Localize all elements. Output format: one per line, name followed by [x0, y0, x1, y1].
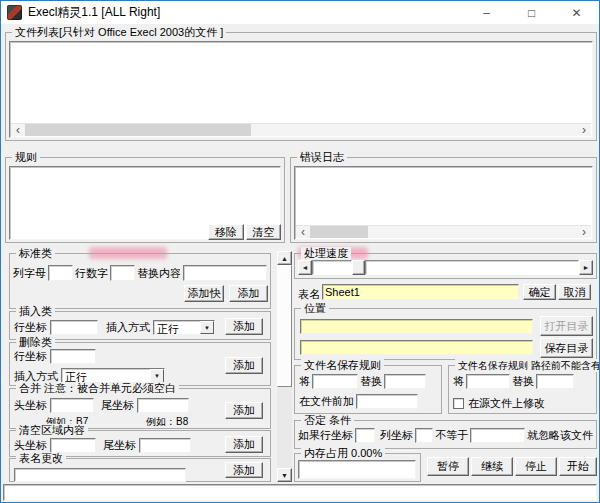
- minimize-icon[interactable]: –: [464, 1, 509, 24]
- close-icon[interactable]: ✕: [554, 1, 599, 24]
- delete-mode-value: 正行: [62, 369, 150, 383]
- add-insert-button[interactable]: 添加: [225, 318, 263, 335]
- sheet-name-label: 表名: [298, 287, 320, 302]
- rules-list[interactable]: 移除 清空: [9, 166, 281, 240]
- error-log-hscrollbar[interactable]: ‹ ›: [296, 225, 591, 238]
- scrollbar-thumb[interactable]: [277, 265, 292, 387]
- path-from-input[interactable]: [466, 374, 510, 389]
- file-list[interactable]: ‹ ›: [9, 41, 593, 138]
- slider-left-icon[interactable]: ◄: [298, 260, 312, 275]
- col-coord-label: 列坐标: [380, 428, 413, 443]
- row-number-input[interactable]: [110, 265, 135, 281]
- negate-col-input[interactable]: [415, 428, 433, 443]
- merge-head-input[interactable]: [50, 398, 94, 413]
- save-dir-button[interactable]: 保存目录: [540, 338, 593, 358]
- rename-sheet-input[interactable]: [14, 468, 186, 482]
- replace-content-input[interactable]: [183, 265, 267, 281]
- remove-rule-button[interactable]: 移除: [208, 224, 244, 240]
- app-window: Execl精灵1.1 [ALL Right] – □ ✕ 文件列表[只针对 Of…: [0, 0, 600, 503]
- clear-area-label: 清空区域内容: [16, 424, 88, 437]
- scrollbar-thumb[interactable]: [25, 124, 251, 136]
- scroll-up-icon[interactable]: ▲: [277, 251, 292, 265]
- scroll-left-icon[interactable]: ‹: [296, 226, 310, 238]
- rules-group: 规则 移除 清空: [5, 157, 285, 243]
- slider-right-icon[interactable]: ►: [579, 260, 593, 275]
- pause-button[interactable]: 暂停: [427, 457, 469, 476]
- merge-tail-input[interactable]: [137, 398, 189, 413]
- tail-coord-label: 尾坐标: [101, 398, 134, 413]
- insert-group-label: 插入类: [16, 305, 55, 318]
- tail-coord-label: 尾坐标: [103, 438, 136, 453]
- path-to-input[interactable]: [536, 374, 574, 389]
- stop-button[interactable]: 停止: [515, 457, 557, 476]
- chevron-down-icon[interactable]: ▼: [150, 369, 164, 383]
- memory-label: 内存占用 0.00%: [301, 447, 385, 460]
- maximize-icon[interactable]: □: [509, 1, 554, 24]
- slider-track[interactable]: [312, 260, 352, 275]
- name-rule-row: 将 替换: [295, 374, 441, 389]
- add-rename-button[interactable]: 添加: [225, 462, 263, 478]
- cancel-button[interactable]: 取消: [558, 284, 591, 300]
- scroll-down-icon[interactable]: ▼: [277, 468, 292, 482]
- path-rule-group: 文件名保存规则 路径前不能含有 将 替换 在源文件上修改: [448, 365, 597, 414]
- insert-mode-select[interactable]: 正行 ▼: [153, 320, 215, 335]
- negate-label: 否定 条件: [301, 414, 354, 427]
- delete-row-coord-input[interactable]: [50, 349, 96, 364]
- scrollbar-track[interactable]: [25, 124, 577, 136]
- name-rule-label: 文件名保存规则: [301, 359, 384, 372]
- replace-content-label: 替换内容: [137, 266, 181, 281]
- chevron-down-icon[interactable]: ▼: [200, 321, 214, 334]
- clear-head-input[interactable]: [50, 438, 96, 453]
- name-prefix-input[interactable]: [356, 394, 418, 409]
- delete-group-label: 删除类: [16, 336, 55, 349]
- file-list-label: 文件列表[只针对 Office Execl 2003的文件 ]: [12, 26, 226, 39]
- clear-rules-button[interactable]: 清空: [246, 224, 281, 240]
- scroll-right-icon[interactable]: ›: [577, 124, 591, 136]
- save-path-input[interactable]: [300, 340, 533, 355]
- error-log-list[interactable]: ‹ ›: [294, 166, 593, 240]
- name-from-input[interactable]: [312, 374, 358, 389]
- modify-source-checkbox[interactable]: [453, 398, 464, 409]
- error-log-group: 错误日志 ‹ ›: [290, 157, 597, 243]
- resume-button[interactable]: 继续: [471, 457, 513, 476]
- row-coord-label: 行坐标: [14, 349, 47, 364]
- add-delete-button[interactable]: 添加: [225, 357, 263, 374]
- scroll-right-icon[interactable]: ›: [577, 226, 591, 238]
- negate-row: 如果行坐标 列坐标 不等于 就忽略该文件: [295, 428, 596, 443]
- slider-track[interactable]: [365, 260, 579, 275]
- slider-thumb[interactable]: [352, 260, 365, 275]
- rename-sheet-label: 表名更改: [16, 452, 66, 465]
- insert-row-coord-input[interactable]: [50, 320, 98, 335]
- rename-sheet-group: 表名更改 添加: [9, 458, 271, 482]
- speed-slider[interactable]: ◄ ►: [298, 260, 593, 275]
- clear-tail-input[interactable]: [139, 438, 191, 453]
- add-merge-button[interactable]: 添加: [225, 402, 263, 419]
- path-rule-label: 文件名保存规则 路径前不能含有: [455, 359, 600, 372]
- add-clear-button[interactable]: 添加: [225, 436, 263, 453]
- error-log-label: 错误日志: [297, 151, 347, 164]
- scrollbar-track[interactable]: [310, 226, 577, 238]
- open-path-input[interactable]: [300, 319, 533, 334]
- ok-button[interactable]: 确定: [523, 284, 556, 300]
- standard-group-label: 标准类: [16, 247, 55, 260]
- negate-value-input[interactable]: [470, 428, 525, 443]
- start-button[interactable]: 开始: [559, 457, 597, 476]
- titlebar[interactable]: Execl精灵1.1 [ALL Right] – □ ✕: [1, 1, 599, 24]
- will-label: 将: [299, 374, 310, 389]
- scrollbar-thumb[interactable]: [310, 226, 368, 238]
- status-field[interactable]: [3, 484, 597, 501]
- negate-row-input[interactable]: [355, 428, 375, 443]
- scroll-left-icon[interactable]: ‹: [11, 124, 25, 136]
- name-to-input[interactable]: [384, 374, 426, 389]
- will-label: 将: [453, 374, 464, 389]
- add-fast-button[interactable]: 添加快: [184, 285, 224, 302]
- open-dir-button[interactable]: 打开目录: [540, 316, 593, 336]
- merge-tail-example: 例如：B8: [146, 415, 188, 429]
- window-title: Execl精灵1.1 [ALL Right]: [28, 4, 160, 21]
- add-standard-button[interactable]: 添加: [229, 285, 268, 302]
- col-letter-input[interactable]: [48, 265, 73, 281]
- left-panel-scrollbar[interactable]: ▲ ▼: [277, 251, 292, 482]
- file-list-hscrollbar[interactable]: ‹ ›: [11, 123, 591, 136]
- name-prefix-row: 在文件前加: [295, 394, 441, 409]
- sheet-name-input[interactable]: [322, 284, 519, 300]
